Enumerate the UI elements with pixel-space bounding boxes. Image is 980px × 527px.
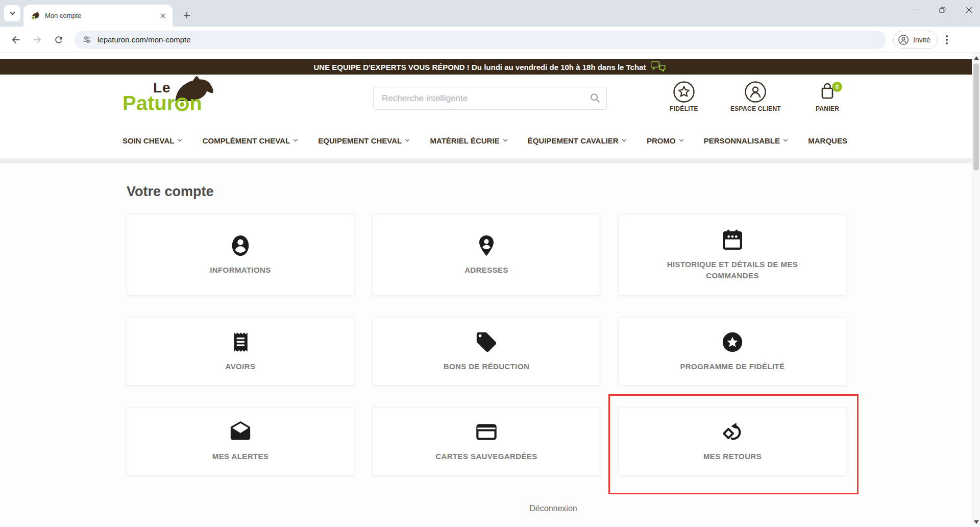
- chevron-down-icon: [622, 137, 626, 141]
- browser-tab[interactable]: Mon compte: [23, 5, 173, 27]
- nav-label: PERSONNALISABLE: [704, 136, 780, 145]
- nav-label: EQUIPEMENT CHEVAL: [318, 136, 402, 145]
- search-icon: [590, 92, 601, 104]
- search-button[interactable]: [590, 92, 601, 106]
- tile-programme-fidelite[interactable]: PROGRAMME DE FIDÉLITÉ: [619, 318, 846, 386]
- profile-label: Invité: [913, 36, 930, 44]
- page-title: Votre compte: [127, 184, 980, 200]
- tile-mes-alertes[interactable]: MES ALERTES: [127, 408, 354, 475]
- tab-close-icon[interactable]: [158, 11, 167, 20]
- tile-informations[interactable]: INFORMATIONS: [127, 214, 354, 296]
- nav-item-equipement-cavalier[interactable]: ÉQUIPEMENT CAVALIER: [528, 136, 626, 145]
- nav-item-soin-cheval[interactable]: SOIN CHEVAL: [122, 136, 181, 145]
- site-info-icon[interactable]: [83, 35, 91, 44]
- address-bar[interactable]: lepaturon.com/mon-compte: [75, 31, 886, 49]
- tile-label: MES RETOURS: [703, 451, 762, 463]
- close-window-button[interactable]: [963, 4, 975, 16]
- close-icon: [966, 7, 972, 13]
- restore-button[interactable]: [936, 4, 948, 16]
- tile-cartes-sauvegardees[interactable]: CARTES SAUVEGARDÉES: [373, 408, 600, 475]
- nav-item-marques[interactable]: MARQUES: [808, 136, 847, 145]
- browser-menu-button[interactable]: [946, 35, 948, 44]
- map-pin-icon: [475, 234, 498, 257]
- nav-item-materiel-ecurie[interactable]: MATÉRIEL ÉCURIE: [430, 136, 506, 145]
- search-input[interactable]: [373, 87, 607, 110]
- site-logo[interactable]: Le Paturn: [122, 79, 225, 118]
- url-text[interactable]: lepaturon.com/mon-compte: [97, 35, 191, 44]
- reload-button[interactable]: [50, 31, 67, 49]
- nav-label: SOIN CHEVAL: [122, 136, 174, 145]
- person-icon: [229, 234, 252, 257]
- nav-item-equipement-cheval[interactable]: EQUIPEMENT CHEVAL: [318, 136, 409, 145]
- tag-icon: [475, 330, 498, 354]
- scroll-down-arrow-icon[interactable]: [974, 520, 979, 524]
- loyalty-label: FIDÉLITE: [670, 105, 698, 112]
- chevron-down-icon: [783, 137, 788, 141]
- nav-item-personnalisable[interactable]: PERSONNALISABLE: [704, 136, 787, 145]
- nav-label: COMPLÉMENT CHEVAL: [203, 136, 290, 145]
- promo-banner: UNE EQUIPE D'EXPERTS VOUS RÉPOND ! Du lu…: [0, 59, 980, 75]
- chat-bubbles-icon: [651, 61, 666, 73]
- customer-area-button[interactable]: ESPACE CLIENT: [730, 81, 781, 112]
- forward-button[interactable]: [29, 31, 46, 49]
- scrollbar-thumb[interactable]: [973, 63, 979, 171]
- main-navigation: SOIN CHEVAL COMPLÉMENT CHEVAL EQUIPEMENT…: [0, 123, 980, 158]
- favicon: [31, 11, 40, 20]
- logo-o-icon: [175, 98, 189, 111]
- return-arrow-icon: [721, 420, 744, 444]
- avatar-icon: [898, 34, 909, 45]
- cart-button[interactable]: 0 PANIER: [808, 81, 846, 112]
- nav-item-promo[interactable]: PROMO: [647, 136, 683, 145]
- tile-label: INFORMATIONS: [210, 265, 271, 276]
- nav-item-complement-cheval[interactable]: COMPLÉMENT CHEVAL: [203, 136, 297, 145]
- nav-divider-band: [0, 158, 980, 163]
- tile-label: BONS DE RÉDUCTION: [444, 361, 529, 373]
- minimize-button[interactable]: [910, 4, 922, 16]
- chevron-down-icon: [293, 137, 298, 141]
- page-content: UNE EQUIPE D'EXPERTS VOUS RÉPOND ! Du lu…: [0, 53, 980, 527]
- new-tab-button[interactable]: [180, 8, 194, 22]
- customer-area-label: ESPACE CLIENT: [730, 105, 781, 112]
- tile-historique-commandes[interactable]: HISTORIQUE ET DÉTAILS DE MES COMMANDES: [619, 214, 846, 296]
- envelope-open-icon: [229, 420, 252, 444]
- chevron-down-icon: [10, 10, 15, 15]
- nav-label: PROMO: [647, 136, 676, 145]
- back-button[interactable]: [7, 31, 24, 49]
- credit-card-icon: [475, 420, 498, 444]
- scroll-up-arrow-icon[interactable]: [974, 56, 979, 60]
- tile-label: AVOIRS: [226, 361, 256, 373]
- browser-titlebar: Mon compte: [0, 0, 980, 27]
- user-circle-icon: [744, 81, 767, 103]
- tile-adresses[interactable]: ADRESSES: [373, 214, 600, 296]
- tile-mes-retours[interactable]: MES RETOURS: [619, 408, 846, 475]
- chevron-down-icon: [405, 137, 409, 141]
- tile-bons-de-reduction[interactable]: BONS DE RÉDUCTION: [373, 318, 600, 386]
- cart-count-badge: 0: [832, 82, 842, 92]
- receipt-icon: [229, 330, 252, 354]
- minimize-icon: [913, 10, 919, 10]
- loyalty-button[interactable]: FIDÉLITE: [665, 81, 703, 112]
- nav-label: MARQUES: [808, 136, 847, 145]
- star-circle-icon: [673, 81, 695, 103]
- tile-label: MES ALERTES: [212, 451, 269, 463]
- chevron-down-icon: [503, 137, 507, 141]
- nav-label: ÉQUIPEMENT CAVALIER: [528, 136, 619, 145]
- tab-title: Mon compte: [45, 12, 158, 19]
- tile-avoirs[interactable]: AVOIRS: [127, 318, 354, 386]
- profile-button[interactable]: Invité: [893, 31, 938, 49]
- tab-search-button[interactable]: [4, 5, 20, 21]
- tile-label: HISTORIQUE ET DÉTAILS DE MES COMMANDES: [648, 259, 817, 282]
- logo-text-bottom: Paturn: [122, 93, 202, 113]
- site-header: Le Paturn FIDÉLIT: [0, 75, 980, 123]
- tile-label: CARTES SAUVEGARDÉES: [435, 451, 537, 463]
- chevron-down-icon: [178, 137, 182, 141]
- star-icon: [721, 330, 744, 354]
- calendar-icon: [721, 228, 744, 252]
- account-tile-grid: INFORMATIONS ADRESSES HISTORIQ: [127, 214, 846, 475]
- scrollbar[interactable]: [972, 53, 980, 527]
- cart-label: PANIER: [816, 105, 839, 112]
- chevron-down-icon: [679, 137, 683, 141]
- tile-label: ADRESSES: [464, 265, 508, 276]
- logout-link[interactable]: Déconnexion: [529, 504, 577, 513]
- browser-toolbar: lepaturon.com/mon-compte Invité: [0, 27, 980, 53]
